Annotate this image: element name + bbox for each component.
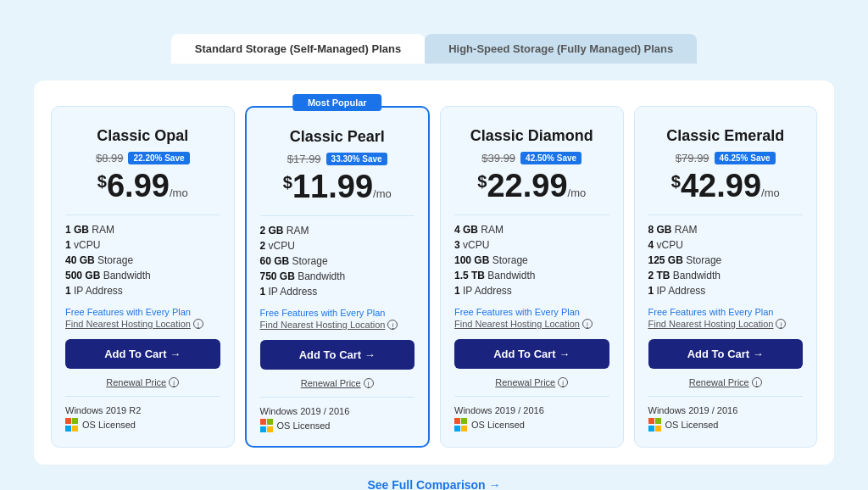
current-price-pearl: $11.99/mo — [260, 169, 415, 205]
plan-card-diamond: Classic Diamond $39.99 42.50% Save $22.9… — [440, 106, 624, 448]
per-mo-opal: /mo — [170, 187, 188, 199]
dollar-sign-opal: $ — [97, 172, 107, 191]
spec-row-opal-2: 40 GB Storage — [65, 254, 220, 266]
per-mo-diamond: /mo — [568, 187, 587, 199]
save-badge-diamond: 42.50% Save — [520, 152, 581, 164]
plan-name-diamond: Classic Diamond — [454, 127, 609, 145]
os-licensed-emerald: OS Licensed — [648, 418, 804, 432]
renewal-price-diamond[interactable]: Renewal Price i — [454, 377, 609, 387]
os-row-emerald: Windows 2019 / 2016 — [648, 405, 804, 415]
amount-diamond: 22.99 — [487, 168, 567, 203]
amount-pearl: 11.99 — [292, 169, 373, 204]
os-row-pearl: Windows 2019 / 2016 — [260, 406, 415, 416]
find-location-pearl[interactable]: Find Nearest Hosting Location i — [260, 320, 415, 330]
spec-row-diamond-0: 4 GB RAM — [454, 224, 609, 236]
add-to-cart-btn-emerald[interactable]: Add To Cart → — [648, 339, 804, 369]
tabs-row: Standard Storage (Self-Managed) Plans Hi… — [34, 34, 834, 64]
specs-diamond: 4 GB RAM3 vCPU100 GB Storage1.5 TB Bandw… — [454, 224, 609, 297]
specs-emerald: 8 GB RAM4 vCPU125 GB Storage2 TB Bandwid… — [648, 224, 804, 297]
spec-row-pearl-1: 2 vCPU — [260, 240, 415, 252]
os-licensed-opal: OS Licensed — [65, 418, 220, 432]
free-features-diamond[interactable]: Free Features with Every Plan — [454, 307, 609, 317]
original-price-emerald: $79.99 — [676, 152, 709, 164]
spec-row-opal-3: 500 GB Bandwidth — [65, 270, 220, 281]
original-price-pearl: $17.99 — [287, 153, 321, 165]
plan-name-opal: Classic Opal — [65, 127, 220, 145]
spec-row-opal-4: 1 IP Address — [65, 285, 220, 297]
plans-wrapper: Classic Opal $8.99 22.20% Save $6.99/mo … — [34, 81, 834, 465]
original-price-row-emerald: $79.99 46.25% Save — [648, 152, 804, 164]
renewal-price-pearl[interactable]: Renewal Price i — [260, 378, 415, 388]
info-icon-location-pearl: i — [387, 320, 398, 330]
spec-row-emerald-4: 1 IP Address — [648, 285, 804, 297]
os-row-diamond: Windows 2019 / 2016 — [454, 405, 609, 415]
amount-opal: 6.99 — [107, 168, 170, 203]
current-price-emerald: $42.99/mo — [648, 168, 804, 204]
outer-container: Standard Storage (Self-Managed) Plans Hi… — [17, 17, 851, 490]
original-price-row-pearl: $17.99 33.30% Save — [260, 153, 415, 165]
per-mo-emerald: /mo — [761, 187, 780, 199]
info-icon-location-emerald: i — [776, 319, 786, 329]
os-licensed-diamond: OS Licensed — [454, 418, 609, 432]
windows-icon-opal — [65, 418, 79, 432]
original-price-row-opal: $8.99 22.20% Save — [65, 152, 220, 164]
spec-row-pearl-4: 1 IP Address — [260, 286, 415, 298]
os-row-opal: Windows 2019 R2 — [65, 405, 220, 415]
info-icon-renewal-opal: i — [169, 377, 179, 387]
spec-row-emerald-0: 8 GB RAM — [648, 224, 804, 236]
renewal-price-opal[interactable]: Renewal Price i — [65, 377, 220, 387]
spec-row-pearl-0: 2 GB RAM — [260, 225, 415, 237]
info-icon-renewal-pearl: i — [364, 378, 374, 388]
renewal-price-emerald[interactable]: Renewal Price i — [648, 377, 804, 387]
plan-name-pearl: Classic Pearl — [260, 128, 415, 146]
plan-card-pearl: Most PopularClassic Pearl $17.99 33.30% … — [245, 106, 431, 448]
find-location-opal[interactable]: Find Nearest Hosting Location i — [65, 319, 220, 329]
per-mo-pearl: /mo — [373, 187, 392, 200]
tab-highspeed[interactable]: High-Speed Storage (Fully Managed) Plans — [425, 34, 697, 64]
add-to-cart-btn-pearl[interactable]: Add To Cart → — [260, 340, 415, 370]
windows-icon-diamond — [454, 418, 468, 432]
spec-row-diamond-2: 100 GB Storage — [454, 254, 609, 266]
see-full-comparison-link[interactable]: See Full Comparison → — [34, 478, 834, 490]
info-icon-location-diamond: i — [582, 319, 593, 329]
find-location-diamond[interactable]: Find Nearest Hosting Location i — [454, 319, 609, 329]
spec-row-diamond-3: 1.5 TB Bandwidth — [454, 270, 609, 281]
spec-row-emerald-3: 2 TB Bandwidth — [648, 270, 804, 281]
plan-card-opal: Classic Opal $8.99 22.20% Save $6.99/mo … — [51, 106, 235, 448]
original-price-opal: $8.99 — [96, 152, 124, 164]
free-features-opal[interactable]: Free Features with Every Plan — [65, 307, 220, 317]
spec-row-emerald-1: 4 vCPU — [648, 239, 804, 251]
specs-opal: 1 GB RAM1 vCPU40 GB Storage500 GB Bandwi… — [65, 224, 220, 297]
dollar-sign-emerald: $ — [671, 172, 681, 191]
free-features-pearl[interactable]: Free Features with Every Plan — [260, 308, 415, 318]
tab-standard[interactable]: Standard Storage (Self-Managed) Plans — [171, 34, 425, 64]
spec-row-pearl-2: 60 GB Storage — [260, 255, 415, 267]
info-icon-location-opal: i — [193, 319, 203, 329]
free-features-emerald[interactable]: Free Features with Every Plan — [648, 307, 804, 317]
original-price-diamond: $39.99 — [481, 152, 515, 164]
save-badge-pearl: 33.30% Save — [326, 153, 387, 165]
plan-card-emerald: Classic Emerald $79.99 46.25% Save $42.9… — [634, 106, 818, 448]
plan-name-emerald: Classic Emerald — [648, 127, 804, 145]
info-icon-renewal-emerald: i — [752, 377, 762, 387]
add-to-cart-btn-diamond[interactable]: Add To Cart → — [454, 339, 609, 369]
current-price-diamond: $22.99/mo — [454, 168, 609, 204]
popular-badge: Most Popular — [292, 94, 382, 111]
dollar-sign-pearl: $ — [283, 173, 292, 192]
amount-emerald: 42.99 — [681, 168, 761, 203]
spec-row-diamond-4: 1 IP Address — [454, 285, 609, 297]
spec-row-opal-1: 1 vCPU — [65, 239, 220, 251]
specs-pearl: 2 GB RAM2 vCPU60 GB Storage750 GB Bandwi… — [260, 225, 415, 298]
windows-icon-emerald — [648, 418, 662, 432]
dollar-sign-diamond: $ — [477, 172, 487, 191]
info-icon-renewal-diamond: i — [558, 377, 568, 387]
current-price-opal: $6.99/mo — [65, 168, 220, 204]
save-badge-emerald: 46.25% Save — [715, 152, 776, 164]
add-to-cart-btn-opal[interactable]: Add To Cart → — [65, 339, 220, 369]
spec-row-diamond-1: 3 vCPU — [454, 239, 609, 251]
spec-row-pearl-3: 750 GB Bandwidth — [260, 270, 415, 282]
spec-row-opal-0: 1 GB RAM — [65, 224, 220, 236]
find-location-emerald[interactable]: Find Nearest Hosting Location i — [648, 319, 804, 329]
os-licensed-pearl: OS Licensed — [260, 419, 415, 432]
spec-row-emerald-2: 125 GB Storage — [648, 254, 804, 266]
